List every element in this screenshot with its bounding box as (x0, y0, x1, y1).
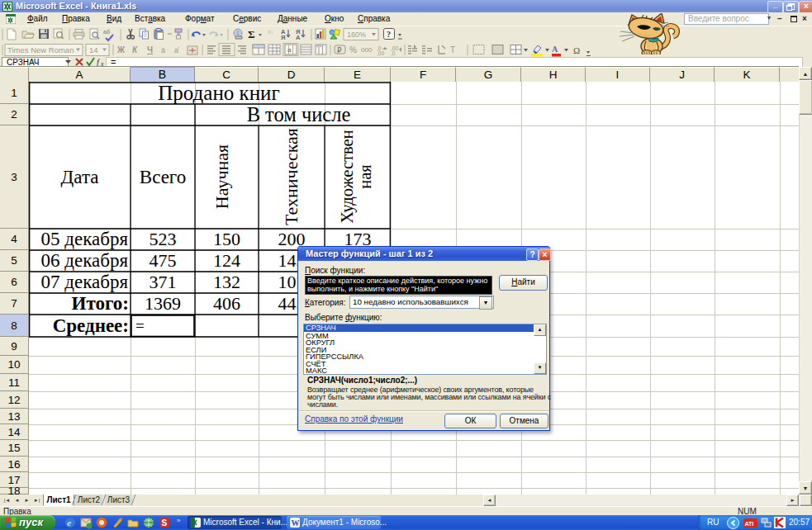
svg-text:₽: ₽ (337, 46, 342, 54)
svg-text:а: а (287, 46, 292, 54)
svg-text:Times New Roman: Times New Roman (7, 45, 74, 54)
svg-text:,0: ,0 (391, 50, 396, 56)
svg-text:Ж: Ж (116, 45, 126, 54)
svg-text:А: А (296, 34, 301, 41)
svg-text:Σ: Σ (248, 28, 255, 40)
svg-text:Ω: Ω (573, 45, 580, 55)
svg-text:Я: Я (281, 34, 285, 41)
svg-text:Т: Т (450, 45, 455, 54)
svg-text:я↓: я↓ (268, 29, 273, 35)
svg-text:W: W (292, 518, 300, 528)
svg-text:e: e (67, 518, 71, 528)
svg-text:%: % (349, 45, 357, 54)
svg-text:»: » (177, 517, 181, 524)
svg-text:S: S (162, 518, 168, 528)
svg-text:а̊: а̊ (174, 46, 179, 54)
svg-text:160%: 160% (347, 31, 366, 39)
svg-text:Ч: Ч (147, 45, 153, 54)
svg-text:аб: аб (103, 29, 111, 35)
svg-text:000: 000 (361, 46, 373, 54)
svg-text:ATI: ATI (745, 521, 754, 527)
svg-text:ӓ: ӓ (161, 46, 165, 54)
svg-text:?: ? (387, 30, 391, 39)
svg-text:,00: ,00 (377, 50, 384, 56)
svg-text:14: 14 (89, 45, 98, 54)
svg-text:А: А (552, 45, 558, 54)
svg-text:К: К (132, 45, 138, 54)
